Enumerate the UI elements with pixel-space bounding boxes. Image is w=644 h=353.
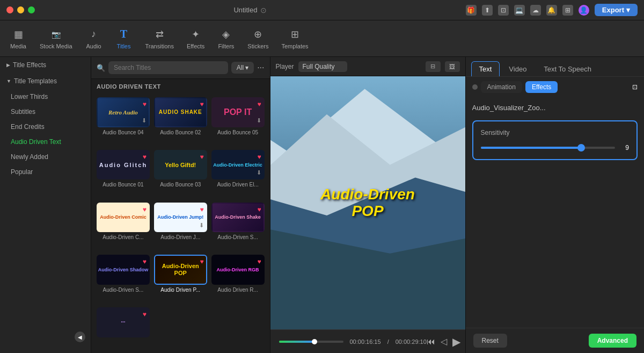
thumb-elec: Audio-Driven Electric ♥ ⬇ [211, 150, 265, 180]
sensitivity-param-box: Sensitivity 9 [472, 120, 638, 160]
list-item[interactable]: Audio-Driven Comic ♥ Audio-Driven C... [97, 203, 150, 251]
animation-subtab[interactable]: Animation [481, 81, 522, 93]
tab-video[interactable]: Video [501, 61, 535, 76]
list-item[interactable]: AUDIO SHAKE ♥ Audio Bounce 02 [154, 97, 207, 146]
thumb-label: Audio-Driven S... [97, 287, 150, 293]
expand-icon[interactable]: ⊡ [632, 83, 638, 91]
thumb-bounce05: POP IT ♥ ⬇ [211, 97, 265, 127]
title-templates-header[interactable]: ▼ Title Templates [0, 73, 91, 89]
advanced-button[interactable]: Advanced [589, 334, 636, 348]
device-icon[interactable]: 💻 [514, 5, 525, 16]
tool-audio[interactable]: ♪ Audio [80, 25, 108, 53]
list-item[interactable]: Audio-Driven Jump! ♥ ⬇ Audio-Driven J... [154, 203, 207, 251]
thumb-label: Audio-Driven S... [211, 234, 265, 240]
slider-thumb[interactable] [577, 144, 585, 152]
reset-button[interactable]: Reset [473, 334, 507, 348]
nav-lower-thirds[interactable]: Lower Thirds [0, 89, 91, 104]
quality-select[interactable]: Full Quality Half Quality [298, 61, 347, 72]
tool-filters[interactable]: ◈ Filters [212, 25, 240, 53]
maximize-button[interactable] [28, 6, 35, 13]
thumb-comic: Audio-Driven Comic ♥ [97, 203, 150, 233]
skip-back-button[interactable]: ⏮ [427, 337, 435, 347]
right-content: Audio_Visualizer_Zoo... Sensitivity 9 [466, 97, 645, 328]
tool-stickers[interactable]: ⊕ Stickers [242, 25, 274, 53]
titlebar-actions: 🎁 ⬆ ⊡ 💻 ☁ 🔔 ⊞ 👤 Export ▾ [466, 4, 638, 16]
gift-icon[interactable]: 🎁 [466, 5, 477, 16]
title-templates-label: Title Templates [14, 77, 57, 85]
minimize-button[interactable] [17, 6, 24, 13]
effect-name: Audio_Visualizer_Zoo... [472, 104, 638, 112]
heart-icon: ♥ [257, 258, 261, 265]
tab-text-to-speech[interactable]: Text To Speech [536, 61, 599, 76]
frame-back-button[interactable]: ◁ [441, 336, 447, 347]
collapse-panel-button[interactable]: ◀ [75, 332, 85, 342]
list-item[interactable]: Retro Audio ♥ ⬇ Audio Bounce 04 [97, 97, 150, 146]
list-item[interactable]: Audio-DrivenPOP ♥ Audio Driven P... [154, 255, 207, 303]
download-icon: ⬇ [199, 222, 204, 229]
thumb-label: Audio Driven El... [211, 182, 265, 188]
list-item[interactable]: Audio-Driven Shadow ♥ Audio-Driven S... [97, 255, 150, 303]
right-bottom-actions: Reset Advanced [466, 328, 645, 353]
record-icon[interactable]: ⊡ [498, 5, 509, 16]
list-item[interactable]: Audio-Driven Shake ♥ Audio-Driven S... [211, 203, 265, 251]
progress-bar[interactable] [279, 341, 343, 343]
sensitivity-slider[interactable] [481, 147, 616, 149]
list-item[interactable]: Yello Giftd! ♥ Audio Bounce 03 [154, 150, 207, 198]
image-view-icon[interactable]: 🖼 [445, 61, 460, 72]
list-item[interactable]: POP IT ♥ ⬇ Audio Bounce 05 [211, 97, 265, 146]
time-total: 00:00:29:10 [396, 338, 427, 345]
search-bar: 🔍 All ▾ ··· [91, 57, 270, 79]
effects-subtab[interactable]: Effects [525, 81, 558, 93]
thumb-bounce02: AUDIO SHAKE ♥ [154, 97, 207, 127]
list-item[interactable]: Audio-Driven RGB ♥ Audio Driven R... [211, 255, 265, 303]
title-effects-label: Title Effects [13, 61, 46, 69]
titlebar: Untitled ⊙ 🎁 ⬆ ⊡ 💻 ☁ 🔔 ⊞ 👤 Export ▾ [0, 0, 644, 20]
play-button[interactable]: ▶ [452, 335, 460, 348]
preview-toolbar: Player Full Quality Half Quality ⊟ 🖼 [270, 57, 465, 76]
tool-stock-media[interactable]: 📷 Stock Media [34, 25, 78, 53]
bell-icon[interactable]: 🔔 [546, 5, 557, 16]
window-controls [6, 6, 35, 13]
tool-templates-label: Templates [281, 43, 308, 49]
grid-icon[interactable]: ⊞ [562, 5, 573, 16]
heart-icon: ♥ [257, 206, 261, 213]
sub-tabs: Animation Effects ⊡ [466, 77, 645, 97]
tool-templates[interactable]: ⊞ Templates [276, 25, 313, 53]
thumb-rgb: Audio-Driven RGB ♥ [211, 255, 265, 285]
user-avatar[interactable]: 👤 [579, 5, 589, 16]
grid-view-icon[interactable]: ⊟ [426, 61, 441, 72]
export-button[interactable]: Export ▾ [595, 4, 638, 16]
templates-icon: ⊞ [289, 28, 302, 41]
search-icon: 🔍 [97, 64, 105, 72]
preview-overlay-text: Audio-Driven POP [320, 186, 415, 220]
nav-end-credits[interactable]: End Credits [0, 119, 91, 134]
tool-titles-label: Titles [117, 43, 131, 49]
tool-transitions[interactable]: ⇄ Transitions [140, 25, 179, 53]
tool-effects[interactable]: ✦ Effects [181, 25, 210, 53]
progress-fill [279, 341, 314, 343]
filter-label: All [237, 64, 244, 71]
heart-icon: ♥ [143, 258, 147, 265]
filters-icon: ◈ [219, 28, 232, 41]
search-input[interactable] [108, 61, 228, 74]
list-item[interactable]: ··· ♥ [97, 307, 150, 350]
list-item[interactable]: Audio-Driven Electric ♥ ⬇ Audio Driven E… [211, 150, 265, 198]
nav-newly-added[interactable]: Newly Added [0, 149, 91, 164]
nav-popular[interactable]: Popular [0, 164, 91, 179]
thumb-label: Audio Bounce 02 [154, 129, 207, 135]
tool-titles[interactable]: T Titles [110, 25, 138, 53]
cloud-icon[interactable]: ☁ [530, 5, 541, 16]
thumb-label: Audio Bounce 01 [97, 182, 150, 188]
thumb-label: Audio Bounce 03 [154, 182, 207, 188]
tool-media[interactable]: ▦ Media [4, 25, 32, 53]
nav-subtitles[interactable]: Subtitles [0, 104, 91, 119]
share-icon[interactable]: ⬆ [482, 5, 493, 16]
filter-button[interactable]: All ▾ [231, 62, 254, 74]
list-item[interactable]: Audio Glitch ♥ Audio Bounce 01 [97, 150, 150, 198]
tab-text[interactable]: Text [471, 61, 500, 76]
more-options-icon[interactable]: ··· [257, 63, 264, 73]
title-effects-header[interactable]: ▶ Title Effects [0, 57, 91, 73]
nav-audio-driven[interactable]: Audio Driven Text [0, 134, 91, 149]
close-button[interactable] [6, 6, 13, 13]
thumb-bounce04: Retro Audio ♥ ⬇ [97, 97, 150, 127]
